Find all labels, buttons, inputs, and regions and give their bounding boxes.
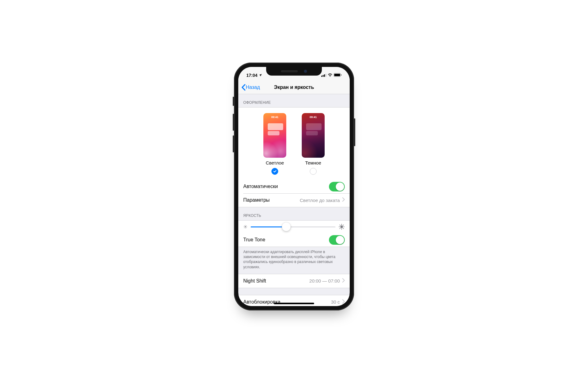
preview-widget-small	[306, 131, 318, 135]
brightness-slider-cell	[238, 221, 350, 233]
notch	[266, 67, 322, 76]
true-tone-cell[interactable]: True Tone	[238, 233, 350, 247]
light-mode-preview: 09:41	[263, 113, 286, 158]
volume-up-button	[233, 114, 234, 131]
chevron-right-icon	[342, 278, 345, 284]
back-button[interactable]: Назад	[238, 84, 260, 91]
preview-widget	[268, 123, 283, 130]
chevron-right-icon	[342, 197, 345, 203]
wifi-icon	[328, 73, 332, 78]
location-icon	[259, 73, 262, 78]
mute-switch	[233, 97, 234, 106]
slider-thumb[interactable]	[282, 222, 291, 231]
true-tone-label: True Tone	[243, 237, 329, 243]
svg-line-14	[244, 228, 244, 228]
night-shift-label: Night Shift	[243, 278, 309, 284]
svg-line-24	[343, 225, 344, 226]
appearance-option-light[interactable]: 09:41 Светлое	[263, 113, 286, 175]
preview-decoration	[263, 136, 286, 158]
options-value: Светлое до заката	[300, 198, 340, 203]
light-mode-radio[interactable]	[271, 168, 278, 175]
appearance-option-dark[interactable]: 09:41 Темное	[302, 113, 325, 175]
true-tone-switch[interactable]	[329, 235, 345, 245]
appearance-section-header: ОФОРМЛЕНИЕ	[238, 94, 350, 107]
true-tone-footer: Автоматически адаптировать дисплей iPhon…	[238, 247, 350, 274]
slider-fill	[251, 226, 286, 227]
preview-widget-small	[268, 131, 279, 135]
automatic-toggle-cell[interactable]: Автоматически	[238, 180, 350, 193]
side-button	[354, 118, 355, 146]
svg-line-21	[340, 225, 340, 226]
brightness-slider[interactable]	[251, 226, 335, 227]
iphone-device-frame: 17:04	[234, 63, 354, 310]
svg-line-15	[246, 226, 247, 226]
back-label: Назад	[246, 85, 260, 90]
front-camera	[304, 70, 307, 73]
options-label: Параметры	[243, 197, 300, 203]
brightness-low-icon	[243, 225, 248, 229]
preview-time: 09:41	[263, 113, 286, 119]
brightness-high-icon	[339, 224, 345, 230]
cellular-signal-icon	[321, 73, 326, 78]
screen: 17:04	[238, 67, 350, 306]
automatic-switch[interactable]	[329, 182, 345, 191]
auto-lock-cell[interactable]: Автоблокировка 30 с	[238, 295, 350, 306]
svg-line-13	[246, 228, 247, 228]
svg-rect-3	[326, 74, 326, 77]
svg-line-22	[343, 228, 344, 229]
auto-lock-value: 30 с	[331, 299, 340, 305]
svg-rect-5	[334, 74, 340, 76]
automatic-label: Автоматически	[243, 184, 329, 189]
options-cell[interactable]: Параметры Светлое до заката	[238, 193, 350, 207]
checkmark-icon	[273, 169, 277, 173]
volume-down-button	[233, 135, 234, 152]
night-shift-cell[interactable]: Night Shift 20:00 — 07:00	[238, 274, 350, 288]
battery-icon	[334, 73, 342, 78]
preview-widget	[306, 123, 322, 130]
chevron-left-icon	[241, 84, 246, 91]
night-shift-value: 20:00 — 07:00	[309, 278, 340, 283]
speaker-grille	[281, 70, 298, 72]
navigation-bar: Назад Экран и яркость	[238, 81, 350, 94]
preview-time: 09:41	[302, 113, 325, 119]
svg-rect-1	[323, 75, 324, 77]
light-mode-label: Светлое	[263, 160, 286, 165]
svg-point-16	[341, 226, 343, 228]
dark-mode-preview: 09:41	[302, 113, 325, 158]
chevron-right-icon	[342, 299, 345, 305]
svg-rect-2	[324, 74, 325, 77]
brightness-section-header: ЯРКОСТЬ	[238, 207, 350, 220]
content-scroll[interactable]: ОФОРМЛЕНИЕ 09:41 Светлое	[238, 94, 350, 306]
home-indicator[interactable]	[274, 303, 314, 304]
svg-rect-0	[321, 76, 322, 77]
dark-mode-label: Темное	[302, 160, 325, 165]
svg-rect-6	[341, 74, 342, 76]
svg-line-12	[244, 226, 244, 226]
preview-decoration	[302, 136, 325, 158]
svg-line-23	[340, 228, 340, 229]
svg-point-7	[245, 226, 246, 227]
status-time: 17:04	[246, 73, 257, 78]
dark-mode-radio[interactable]	[310, 168, 317, 175]
